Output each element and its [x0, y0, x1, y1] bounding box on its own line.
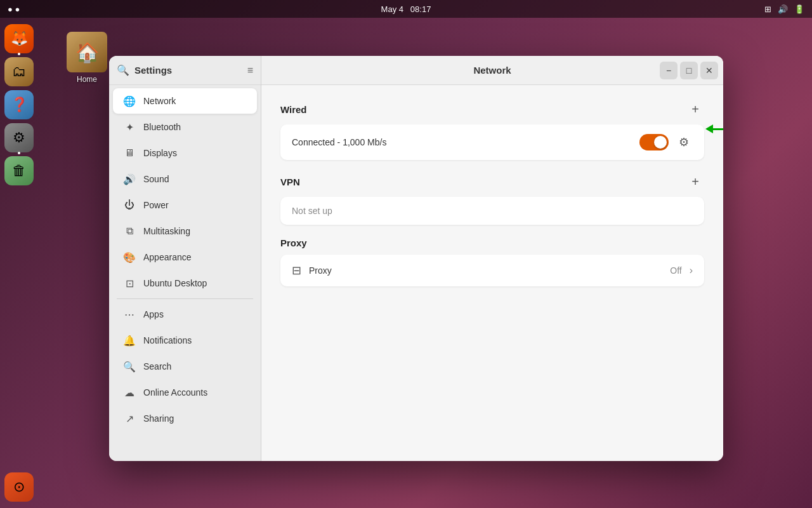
sidebar-title: Settings: [134, 65, 242, 76]
page-title: Network: [473, 65, 511, 76]
sidebar-item-sharing[interactable]: ↗ Sharing: [113, 406, 257, 431]
main-content: Network − □ ✕ Wired + Connected - 1,000 …: [261, 56, 723, 461]
sidebar-item-online-accounts[interactable]: ☁ Online Accounts: [113, 380, 257, 405]
trash-icon: 🗑: [12, 163, 26, 179]
topbar-date: May 4: [381, 4, 403, 14]
sidebar-item-bluetooth[interactable]: ✦ Bluetooth: [113, 114, 257, 140]
network-status-icon: ⊞: [764, 4, 771, 14]
notifications-icon: 🔔: [123, 334, 136, 347]
volume-icon: 🔊: [778, 4, 788, 14]
dock-item-firefox[interactable]: 🦊: [4, 24, 34, 53]
sidebar-header: 🔍 Settings ≡: [109, 56, 261, 85]
home-label: Home: [77, 75, 97, 84]
wired-toggle[interactable]: [639, 134, 669, 150]
sidebar-label-displays: Displays: [143, 148, 177, 158]
sidebar-label-sharing: Sharing: [143, 413, 174, 424]
sidebar-label-online-accounts: Online Accounts: [143, 387, 207, 398]
sidebar-item-search[interactable]: 🔍 Search: [113, 354, 257, 379]
wired-connection-card: Connected - 1,000 Mb/s ⚙: [280, 124, 704, 160]
appearance-icon: 🎨: [123, 251, 136, 264]
sidebar-item-multitasking[interactable]: ⧉ Multitasking: [113, 218, 257, 244]
arrow-head-icon: [705, 124, 713, 133]
proxy-section-header: Proxy: [280, 237, 704, 248]
topbar-center: May 4 08:17: [381, 4, 431, 14]
dock-item-help[interactable]: ❓: [4, 90, 34, 119]
sidebar-item-apps[interactable]: ⋯ Apps: [113, 302, 257, 327]
sidebar-label-sound: Sound: [143, 174, 169, 184]
sidebar-item-sound[interactable]: 🔊 Sound: [113, 166, 257, 192]
proxy-status: Off: [670, 265, 681, 276]
topbar-time: 08:17: [410, 4, 431, 14]
ubuntu-desktop-icon: ⊡: [123, 277, 136, 290]
bluetooth-icon: ✦: [123, 121, 136, 133]
power-icon: 🔋: [794, 4, 804, 14]
sidebar-nav: 🌐 Network ✦ Bluetooth 🖥 Displays 🔊 Sound…: [109, 85, 261, 461]
hamburger-icon[interactable]: ≡: [247, 65, 253, 76]
sidebar: 🔍 Settings ≡ 🌐 Network ✦ Bluetooth 🖥 Dis…: [109, 56, 261, 461]
sidebar-item-displays[interactable]: 🖥 Displays: [113, 140, 257, 166]
topbar-left: ● ●: [8, 4, 20, 14]
proxy-chevron-icon: ›: [690, 265, 693, 276]
sidebar-search-icon: 🔍: [117, 64, 129, 76]
firefox-icon: 🦊: [11, 30, 28, 47]
ubuntu-icon: ⊙: [13, 479, 25, 495]
sidebar-label-notifications: Notifications: [143, 335, 192, 345]
wired-settings-button[interactable]: ⚙: [675, 133, 693, 151]
sidebar-label-network: Network: [143, 96, 176, 106]
vpn-title: VPN: [280, 177, 300, 187]
wired-card-actions: ⚙: [639, 133, 693, 151]
running-indicator: [18, 53, 20, 55]
wired-section-header: Wired +: [280, 100, 704, 118]
vpn-section-header: VPN +: [280, 173, 704, 190]
settings-window: 🔍 Settings ≡ 🌐 Network ✦ Bluetooth 🖥 Dis…: [109, 56, 723, 461]
dock-item-settings[interactable]: ⚙: [4, 123, 34, 152]
sidebar-item-ubuntu-desktop[interactable]: ⊡ Ubuntu Desktop: [113, 271, 257, 296]
sidebar-item-power[interactable]: ⏻ Power: [113, 192, 257, 218]
files-icon: 🗂: [12, 64, 26, 80]
proxy-row: ⊟ Proxy Off ›: [280, 255, 704, 286]
apps-icon: ⋯: [123, 308, 136, 321]
home-folder-icon: 🏠: [67, 32, 107, 72]
proxy-icon: ⊟: [292, 264, 301, 277]
wired-card-row: Connected - 1,000 Mb/s ⚙: [292, 133, 693, 151]
proxy-title: Proxy: [280, 237, 307, 248]
multitasking-icon: ⧉: [123, 225, 136, 237]
sidebar-label-search: Search: [143, 361, 171, 371]
dock-item-trash[interactable]: 🗑: [4, 156, 34, 185]
sidebar-separator: [117, 298, 253, 299]
arrow-annotation: [705, 124, 723, 133]
dock-item-ubuntu[interactable]: ⊙: [4, 472, 34, 502]
proxy-label: Proxy: [309, 265, 662, 276]
wired-add-button[interactable]: +: [686, 100, 704, 118]
vpn-add-button[interactable]: +: [686, 173, 704, 190]
content-area: Wired + Connected - 1,000 Mb/s ⚙: [261, 85, 723, 461]
topbar-right: ⊞ 🔊 🔋: [764, 4, 804, 14]
settings-icon: ⚙: [13, 130, 25, 146]
home-desktop-icon[interactable]: 🏠 Home: [67, 32, 107, 84]
maximize-button[interactable]: □: [680, 62, 698, 79]
sidebar-label-multitasking: Multitasking: [143, 226, 190, 236]
online-accounts-icon: ☁: [123, 386, 136, 399]
running-indicator-settings: [18, 152, 20, 154]
titlebar: Network − □ ✕: [261, 56, 723, 85]
dock: 🦊 🗂 ❓ ⚙ 🗑 ⊙: [0, 18, 38, 508]
vpn-status: Not set up: [292, 206, 332, 216]
network-icon: 🌐: [123, 95, 136, 107]
sidebar-item-appearance[interactable]: 🎨 Appearance: [113, 244, 257, 270]
close-button[interactable]: ✕: [700, 62, 718, 79]
minimize-button[interactable]: −: [660, 62, 678, 79]
sidebar-item-notifications[interactable]: 🔔 Notifications: [113, 328, 257, 353]
sidebar-label-apps: Apps: [143, 309, 164, 319]
vpn-card: Not set up: [280, 197, 704, 225]
arrow-line: [713, 128, 723, 130]
help-icon: ❓: [11, 97, 28, 113]
sidebar-label-appearance: Appearance: [143, 252, 192, 262]
window-controls: − □ ✕: [660, 62, 718, 79]
proxy-card[interactable]: ⊟ Proxy Off ›: [280, 255, 704, 286]
sidebar-label-bluetooth: Bluetooth: [143, 122, 181, 132]
power-icon-sidebar: ⏻: [123, 199, 136, 211]
topbar-dots: ● ●: [8, 4, 20, 14]
sidebar-item-network[interactable]: 🌐 Network: [113, 88, 257, 114]
sound-icon: 🔊: [123, 173, 136, 185]
dock-item-files[interactable]: 🗂: [4, 57, 34, 86]
